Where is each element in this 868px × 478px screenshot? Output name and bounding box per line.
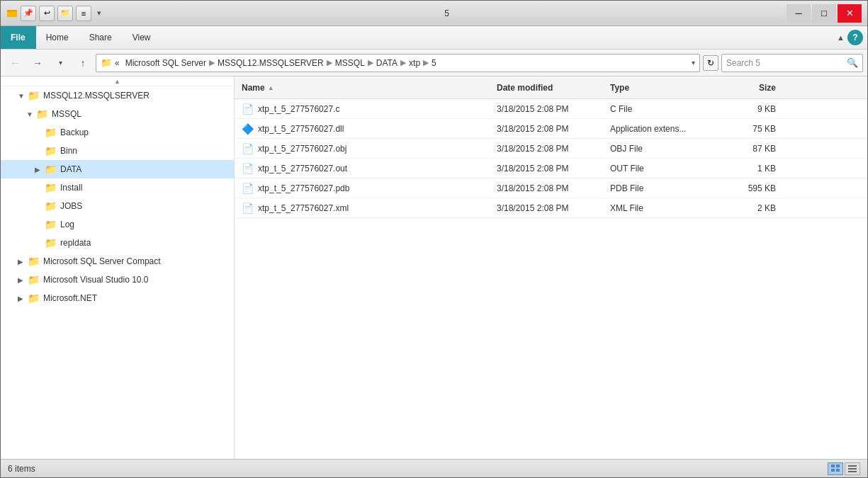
col-header-name[interactable]: Name ▲ xyxy=(235,83,490,93)
file-icon: 📄 xyxy=(242,103,254,115)
svg-rect-7 xyxy=(848,465,857,467)
svg-rect-4 xyxy=(836,465,840,467)
sidebar-item-mssql12[interactable]: ▼ 📁 MSSQL12.MSSQLSERVER xyxy=(1,86,234,105)
file-date-cell: 3/18/2015 2:08 PM xyxy=(490,124,603,134)
sidebar-item-label: DATA xyxy=(60,164,81,174)
recent-locations-button[interactable]: ▾ xyxy=(50,54,70,72)
table-row[interactable]: 📄 xtp_t_5_277576027.obj 3/18/2015 2:08 P… xyxy=(235,139,867,159)
view-toggle-buttons xyxy=(828,462,860,475)
file-list-header: Name ▲ Date modified Type Size xyxy=(235,76,867,99)
col-header-type[interactable]: Type xyxy=(603,83,716,93)
sidebar-sort-handle: ▲ xyxy=(1,76,234,86)
file-size-cell: 1 KB xyxy=(716,164,787,173)
refresh-button[interactable]: ↻ xyxy=(703,55,718,71)
svg-rect-3 xyxy=(831,465,835,467)
file-type-cell: PDB File xyxy=(603,183,716,193)
sidebar-item-dotnet[interactable]: ▶ 📁 Microsoft.NET xyxy=(1,289,234,307)
sidebar-item-vs2010[interactable]: ▶ 📁 Microsoft Visual Studio 10.0 xyxy=(1,271,234,289)
title-bar: 📌 ↩ 📁 ≡ ▾ 5 ─ □ ✕ xyxy=(1,1,867,26)
sidebar-item-data[interactable]: ▶ 📁 DATA xyxy=(1,160,234,178)
search-box[interactable]: 🔍 xyxy=(721,54,863,72)
list-view-button[interactable] xyxy=(845,462,860,475)
table-row[interactable]: 🔷 xtp_t_5_277576027.dll 3/18/2015 2:08 P… xyxy=(235,119,867,139)
crumb-sep-3: ▶ xyxy=(368,58,373,67)
table-row[interactable]: 📄 xtp_t_5_277576027.c 3/18/2015 2:08 PM … xyxy=(235,99,867,119)
table-row[interactable]: 📄 xtp_t_5_277576027.pdb 3/18/2015 2:08 P… xyxy=(235,178,867,198)
properties-btn[interactable]: ≡ xyxy=(76,6,91,21)
status-bar: 6 items xyxy=(1,459,867,477)
crumb-5[interactable]: xtp xyxy=(409,58,420,68)
file-type-cell: C File xyxy=(603,104,716,114)
crumb-3[interactable]: MSSQL xyxy=(335,58,365,68)
minimize-button[interactable]: ─ xyxy=(787,4,811,23)
crumb-4[interactable]: DATA xyxy=(376,58,398,68)
crumb-sep-5: ▶ xyxy=(423,58,429,67)
col-header-date[interactable]: Date modified xyxy=(490,83,603,93)
sidebar-item-mssql[interactable]: ▼ 📁 MSSQL xyxy=(1,105,234,123)
table-row[interactable]: 📄 xtp_t_5_277576027.out 3/18/2015 2:08 P… xyxy=(235,159,867,178)
maximize-button[interactable]: □ xyxy=(812,4,836,23)
file-date-cell: 3/18/2015 2:08 PM xyxy=(490,203,603,213)
ribbon-collapse-icon[interactable]: ▲ xyxy=(837,33,845,42)
tree-expand-icon xyxy=(35,221,43,229)
undo-btn[interactable]: ↩ xyxy=(39,6,55,21)
svg-rect-9 xyxy=(848,471,857,472)
tab-file[interactable]: File xyxy=(1,26,36,49)
crumb-1[interactable]: Microsoft SQL Server xyxy=(125,58,206,68)
file-date-cell: 3/18/2015 2:08 PM xyxy=(490,144,603,154)
file-icon: 📄 xyxy=(242,143,254,154)
pin-quick-access-btn[interactable]: 📌 xyxy=(21,6,36,21)
svg-rect-8 xyxy=(848,468,857,470)
back-button[interactable]: ← xyxy=(5,54,25,72)
help-button[interactable]: ? xyxy=(847,30,863,45)
sidebar-item-label: Microsoft.NET xyxy=(43,293,97,303)
folder-icon: 📁 xyxy=(45,164,57,175)
sidebar-item-label: JOBS xyxy=(60,201,82,211)
file-icon: 📄 xyxy=(242,163,254,174)
tab-view[interactable]: View xyxy=(123,26,162,49)
table-row[interactable]: 📄 xtp_t_5_277576027.xml 3/18/2015 2:08 P… xyxy=(235,198,867,218)
tree-expand-icon: ▼ xyxy=(26,110,35,118)
search-icon[interactable]: 🔍 xyxy=(847,57,858,68)
file-icon: 📄 xyxy=(242,203,254,214)
search-input[interactable] xyxy=(726,58,847,68)
new-folder-btn[interactable]: 📁 xyxy=(57,6,73,21)
forward-button[interactable]: → xyxy=(28,54,47,72)
sidebar-item-label: repldata xyxy=(60,238,91,248)
sidebar-item-label: Log xyxy=(60,220,74,229)
crumb-2[interactable]: MSSQL12.MSSQLSERVER xyxy=(218,58,324,68)
tree-expand-icon: ▶ xyxy=(18,258,26,266)
file-name-cell: 📄 xtp_t_5_277576027.obj xyxy=(235,143,490,154)
dropdown-arrow-icon: ▾ xyxy=(97,8,101,18)
tab-share[interactable]: Share xyxy=(79,26,123,49)
crumb-sep-4: ▶ xyxy=(400,58,406,67)
sidebar-item-sqlcompact[interactable]: ▶ 📁 Microsoft SQL Server Compact xyxy=(1,252,234,271)
address-bar: ← → ▾ ↑ 📁 « Microsoft SQL Server ▶ MSSQL… xyxy=(1,50,867,76)
sidebar-item-label: Install xyxy=(60,183,82,193)
ribbon: File Home Share View ▲ ? xyxy=(1,26,867,50)
details-view-button[interactable] xyxy=(828,462,843,475)
tree-expand-icon xyxy=(35,147,43,155)
sidebar-item-label: MSSQL xyxy=(52,109,81,119)
address-path[interactable]: 📁 « Microsoft SQL Server ▶ MSSQL12.MSSQL… xyxy=(96,54,700,72)
up-button[interactable]: ↑ xyxy=(73,54,93,72)
folder-icon: 📁 xyxy=(45,182,57,193)
ribbon-tab-bar: File Home Share View ▲ ? xyxy=(1,26,867,49)
sidebar-item-binn[interactable]: 📁 Binn xyxy=(1,142,234,160)
sidebar-item-jobs[interactable]: 📁 JOBS xyxy=(1,197,234,215)
item-count: 6 items xyxy=(8,464,35,474)
sidebar-item-log[interactable]: 📁 Log xyxy=(1,215,234,234)
sidebar-item-label: Backup xyxy=(60,127,89,137)
address-dropdown-icon[interactable]: ▾ xyxy=(692,59,695,67)
sidebar-item-repldata[interactable]: 📁 repldata xyxy=(1,234,234,252)
sidebar: ▲ ▼ 📁 MSSQL12.MSSQLSERVER ▼ 📁 MSSQL 📁 Ba… xyxy=(1,76,235,459)
col-header-size[interactable]: Size xyxy=(716,83,787,93)
sidebar-item-backup[interactable]: 📁 Backup xyxy=(1,123,234,142)
tree-expand-icon xyxy=(35,184,43,192)
close-button[interactable]: ✕ xyxy=(838,4,862,23)
crumb-6[interactable]: 5 xyxy=(432,58,436,68)
tab-home[interactable]: Home xyxy=(36,26,79,49)
folder-icon: 📁 xyxy=(45,237,57,249)
sidebar-item-install[interactable]: 📁 Install xyxy=(1,178,234,197)
svg-rect-5 xyxy=(831,469,835,472)
